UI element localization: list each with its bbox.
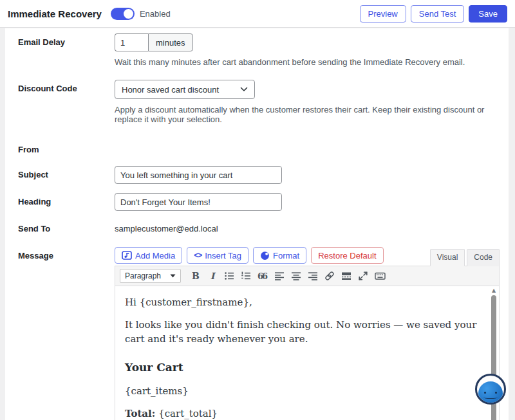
email-total-tag: {cart_total} <box>155 408 218 419</box>
italic-icon[interactable]: I <box>205 269 220 283</box>
wysiwyg-editor: Paragraph B I 66 <box>115 266 500 420</box>
enabled-toggle[interactable] <box>111 8 135 20</box>
restore-default-button[interactable]: Restore Default <box>311 247 383 264</box>
align-left-icon[interactable] <box>272 269 286 283</box>
toggle-knob <box>124 9 133 19</box>
keyboard-shortcuts-icon[interactable] <box>373 269 387 283</box>
subject-row: Subject <box>18 166 509 184</box>
discount-code-selected-value: Honor saved cart discount <box>122 85 240 95</box>
discount-code-row: Discount Code Honor saved cart discount … <box>18 80 509 124</box>
email-delay-row: Email Delay minutes Wait this many minut… <box>18 33 509 67</box>
email-total-line: Total: {cart_total} <box>125 407 482 420</box>
send-to-row: Send To samplecustomer@edd.local <box>18 220 509 233</box>
page-title: Immediate Recovery <box>8 8 102 19</box>
editor-topbar: Add Media <> Insert Tag Format Restore D… <box>115 247 500 266</box>
helper-mascot-button[interactable] <box>475 374 506 405</box>
insert-tag-button[interactable]: <> Insert Tag <box>187 247 248 264</box>
blockquote-icon[interactable]: 66 <box>256 269 270 283</box>
tab-code[interactable]: Code <box>467 249 500 266</box>
bullet-list-icon[interactable] <box>222 269 236 283</box>
email-cart-items-tag: {cart_items} <box>125 385 482 399</box>
read-more-tag-icon[interactable] <box>339 269 353 283</box>
format-icon <box>260 251 270 260</box>
settings-header: Immediate Recovery Enabled Preview Send … <box>0 0 515 28</box>
email-delay-unit: minutes <box>148 33 193 51</box>
editor-mode-tabs: Visual Code <box>430 249 500 266</box>
subject-label: Subject <box>18 166 115 184</box>
chevron-down-icon <box>170 274 176 278</box>
numbered-list-icon[interactable] <box>239 269 253 283</box>
bold-icon[interactable]: B <box>189 269 203 283</box>
add-media-button[interactable]: Add Media <box>115 247 182 264</box>
align-right-icon[interactable] <box>306 269 320 283</box>
email-cart-heading: Your Cart <box>125 360 482 376</box>
code-brackets-icon: <> <box>194 251 201 260</box>
format-label: Format <box>273 251 299 260</box>
header-actions: Preview Send Test Save <box>360 5 507 23</box>
link-icon[interactable] <box>323 269 337 283</box>
discount-code-description: Apply a discount automatically when the … <box>115 105 500 124</box>
media-icon <box>122 250 132 260</box>
email-delay-description: Wait this many minutes after cart abando… <box>115 57 500 67</box>
chevron-down-icon <box>240 87 248 92</box>
fullscreen-icon[interactable] <box>356 269 370 283</box>
add-media-label: Add Media <box>135 251 175 260</box>
from-row: From <box>18 141 509 154</box>
paragraph-format-value: Paragraph <box>125 271 170 280</box>
format-button[interactable]: Format <box>253 247 306 264</box>
tab-visual[interactable]: Visual <box>430 249 465 266</box>
send-to-value: samplecustomer@edd.local <box>115 220 500 233</box>
save-button[interactable]: Save <box>469 5 507 23</box>
insert-tag-label: Insert Tag <box>205 251 241 260</box>
send-to-label: Send To <box>18 220 115 233</box>
heading-label: Heading <box>18 193 115 211</box>
heading-input[interactable] <box>115 193 282 211</box>
align-center-icon[interactable] <box>289 269 303 283</box>
email-total-label: Total: <box>125 408 155 419</box>
email-body-paragraph: It looks like you didn't finish checking… <box>125 318 482 347</box>
settings-panel: Email Delay minutes Wait this many minut… <box>5 28 509 420</box>
email-greeting: Hi {customer_firstname}, <box>125 296 482 310</box>
from-label: From <box>18 141 115 154</box>
editor-toolbar: Paragraph B I 66 <box>115 266 499 286</box>
paragraph-format-select[interactable]: Paragraph <box>120 269 181 283</box>
email-body-editable[interactable]: Hi {customer_firstname}, It looks like y… <box>115 286 499 420</box>
send-test-button[interactable]: Send Test <box>411 5 465 23</box>
message-row: Message Add Media <> In <box>18 247 509 420</box>
discount-code-label: Discount Code <box>18 80 115 124</box>
mascot-face-icon <box>478 381 503 405</box>
toggle-state-label: Enabled <box>140 9 171 19</box>
scrollbar-up-arrow-icon[interactable]: ▲ <box>490 288 498 294</box>
subject-input[interactable] <box>115 166 282 184</box>
discount-code-select[interactable]: Honor saved cart discount <box>115 80 255 99</box>
preview-button[interactable]: Preview <box>360 5 406 23</box>
email-delay-input[interactable] <box>115 33 148 51</box>
email-delay-label: Email Delay <box>18 33 115 67</box>
heading-row: Heading <box>18 193 509 211</box>
message-label: Message <box>18 247 115 420</box>
